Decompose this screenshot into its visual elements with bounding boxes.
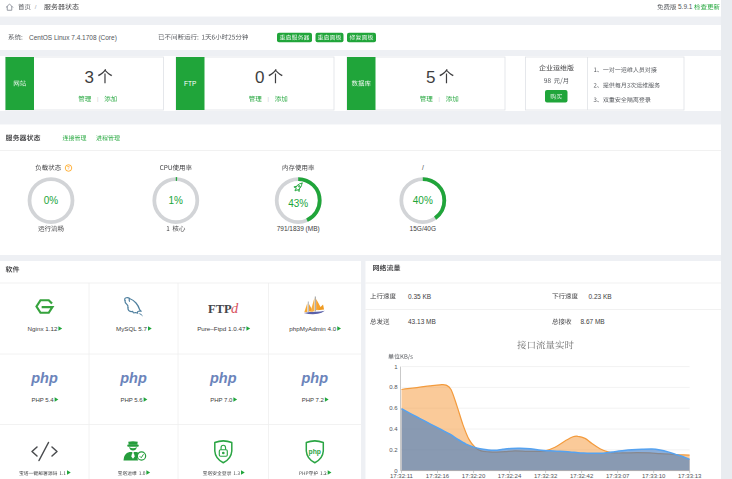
svg-text:17:32:20: 17:32:20 — [462, 473, 486, 479]
svg-text:|: | — [97, 96, 98, 102]
svg-text:PHP 7.0: PHP 7.0 — [210, 397, 233, 403]
svg-text:5.9.1: 5.9.1 — [678, 3, 693, 10]
svg-text:FTP: FTP — [184, 80, 196, 87]
svg-text:17:32:16: 17:32:16 — [426, 473, 450, 479]
svg-text:Nginx 1.12: Nginx 1.12 — [28, 325, 58, 332]
svg-text:0%: 0% — [44, 195, 59, 206]
svg-text:15G/40G: 15G/40G — [410, 225, 436, 232]
svg-text:17:33:10: 17:33:10 — [642, 473, 666, 479]
svg-text:php: php — [301, 370, 329, 386]
svg-text:CentOS Linux 7.4.1708 (Core): CentOS Linux 7.4.1708 (Core) — [29, 34, 117, 42]
svg-text:PHP 5.6: PHP 5.6 — [120, 397, 143, 403]
svg-text:8.67 MB: 8.67 MB — [581, 318, 605, 325]
svg-text:php: php — [119, 370, 147, 386]
svg-text:791/1839 (MB): 791/1839 (MB) — [277, 225, 320, 233]
svg-text:5: 5 — [426, 68, 435, 87]
svg-text:17:32:11: 17:32:11 — [390, 473, 414, 479]
svg-text:|: | — [268, 96, 269, 102]
svg-text:PHP 5.4: PHP 5.4 — [31, 397, 54, 403]
svg-text:php: php — [209, 370, 237, 386]
svg-text:FTP: FTP — [208, 302, 232, 316]
svg-text:1%: 1% — [169, 195, 184, 206]
svg-text:17:33:07: 17:33:07 — [606, 473, 630, 479]
svg-text:0.8: 0.8 — [389, 384, 398, 390]
svg-text:0.23 KB: 0.23 KB — [589, 293, 612, 300]
svg-text:17:33:13: 17:33:13 — [678, 473, 702, 479]
svg-text:MySQL 5.7: MySQL 5.7 — [116, 325, 148, 332]
svg-text:|: | — [439, 96, 440, 102]
svg-text:0.6: 0.6 — [389, 405, 398, 411]
svg-text:0.4: 0.4 — [389, 426, 398, 432]
svg-text:43%: 43% — [288, 198, 308, 209]
svg-text:php: php — [309, 448, 321, 456]
svg-text:0: 0 — [255, 68, 264, 87]
svg-text:PHP 7.2: PHP 7.2 — [302, 397, 325, 403]
svg-text:0.2: 0.2 — [389, 447, 398, 453]
svg-text:17:32:42: 17:32:42 — [570, 473, 594, 479]
svg-text:Pure–Ftpd 1.0.47: Pure–Ftpd 1.0.47 — [197, 325, 246, 332]
svg-text:php: php — [30, 370, 58, 386]
svg-text:17:32:32: 17:32:32 — [534, 473, 558, 479]
svg-text:d: d — [231, 300, 239, 316]
svg-text:/: / — [422, 164, 424, 171]
svg-text:phpMyAdmin 4.0: phpMyAdmin 4.0 — [289, 325, 336, 332]
svg-text:43.13 MB: 43.13 MB — [408, 318, 436, 325]
svg-text:17:32:24: 17:32:24 — [498, 473, 522, 479]
svg-text:3: 3 — [85, 68, 94, 87]
svg-text:0.35 KB: 0.35 KB — [408, 293, 431, 300]
svg-text:40%: 40% — [413, 195, 433, 206]
